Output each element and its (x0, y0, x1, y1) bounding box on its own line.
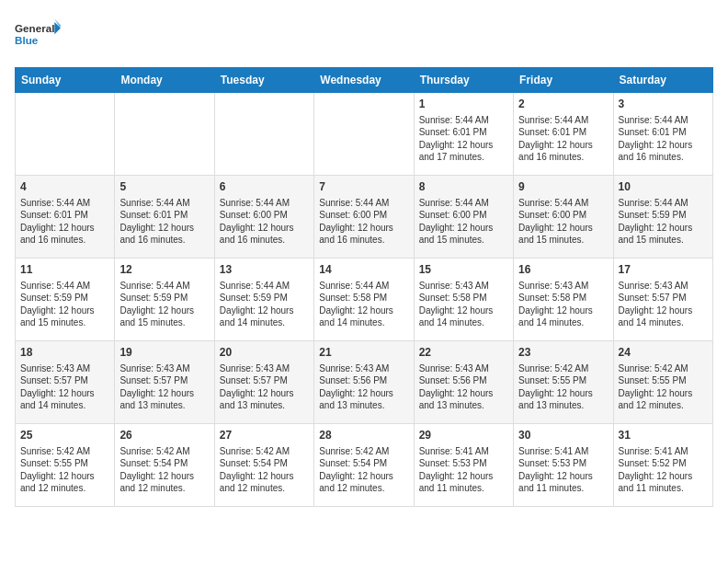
day-info: Sunrise: 5:42 AM Sunset: 5:55 PM Dayligh… (518, 362, 608, 412)
day-number: 25 (20, 428, 109, 443)
calendar-cell: 3Sunrise: 5:44 AM Sunset: 6:01 PM Daylig… (613, 93, 712, 176)
day-info: Sunrise: 5:44 AM Sunset: 6:00 PM Dayligh… (518, 197, 608, 247)
page-header: General Blue (15, 15, 713, 56)
day-info: Sunrise: 5:44 AM Sunset: 5:59 PM Dayligh… (619, 197, 708, 247)
day-info: Sunrise: 5:43 AM Sunset: 5:56 PM Dayligh… (419, 362, 508, 412)
calendar-cell (115, 93, 214, 176)
calendar-cell: 20Sunrise: 5:43 AM Sunset: 5:57 PM Dayli… (214, 341, 313, 424)
calendar-cell: 9Sunrise: 5:44 AM Sunset: 6:00 PM Daylig… (514, 176, 613, 259)
day-info: Sunrise: 5:43 AM Sunset: 5:57 PM Dayligh… (619, 280, 708, 329)
svg-text:Blue: Blue (15, 34, 39, 46)
calendar-cell: 17Sunrise: 5:43 AM Sunset: 5:57 PM Dayli… (613, 259, 712, 341)
day-number: 22 (419, 345, 508, 361)
calendar-cell: 12Sunrise: 5:44 AM Sunset: 5:59 PM Dayli… (115, 259, 214, 341)
day-info: Sunrise: 5:41 AM Sunset: 5:53 PM Dayligh… (419, 445, 508, 495)
calendar-cell: 31Sunrise: 5:41 AM Sunset: 5:52 PM Dayli… (613, 424, 712, 507)
day-number: 7 (319, 179, 408, 195)
day-info: Sunrise: 5:44 AM Sunset: 5:59 PM Dayligh… (220, 280, 309, 329)
day-number: 5 (119, 179, 209, 195)
day-number: 23 (518, 345, 608, 361)
day-info: Sunrise: 5:43 AM Sunset: 5:56 PM Dayligh… (319, 362, 408, 412)
calendar-cell: 29Sunrise: 5:41 AM Sunset: 5:53 PM Dayli… (414, 424, 513, 507)
calendar-cell: 30Sunrise: 5:41 AM Sunset: 5:53 PM Dayli… (514, 424, 613, 507)
calendar-cell: 6Sunrise: 5:44 AM Sunset: 6:00 PM Daylig… (214, 176, 313, 259)
day-number: 17 (619, 262, 708, 278)
calendar-cell: 13Sunrise: 5:44 AM Sunset: 5:59 PM Dayli… (214, 259, 313, 341)
calendar-cell: 5Sunrise: 5:44 AM Sunset: 6:01 PM Daylig… (115, 176, 214, 259)
header-friday: Friday (514, 68, 613, 93)
calendar-cell: 25Sunrise: 5:42 AM Sunset: 5:55 PM Dayli… (16, 424, 115, 507)
day-number: 10 (619, 179, 708, 195)
day-info: Sunrise: 5:44 AM Sunset: 6:01 PM Dayligh… (20, 197, 109, 247)
week-row-4: 18Sunrise: 5:43 AM Sunset: 5:57 PM Dayli… (16, 341, 713, 424)
week-row-3: 11Sunrise: 5:44 AM Sunset: 5:59 PM Dayli… (16, 259, 713, 341)
day-number: 8 (419, 179, 508, 195)
day-number: 29 (419, 428, 508, 443)
calendar-cell: 1Sunrise: 5:44 AM Sunset: 6:01 PM Daylig… (414, 93, 513, 176)
day-number: 11 (20, 262, 109, 278)
calendar-cell: 19Sunrise: 5:43 AM Sunset: 5:57 PM Dayli… (115, 341, 214, 424)
day-info: Sunrise: 5:44 AM Sunset: 6:01 PM Dayligh… (619, 114, 708, 164)
calendar-cell: 27Sunrise: 5:42 AM Sunset: 5:54 PM Dayli… (214, 424, 313, 507)
calendar-cell: 2Sunrise: 5:44 AM Sunset: 6:01 PM Daylig… (514, 93, 613, 176)
calendar-cell: 8Sunrise: 5:44 AM Sunset: 6:00 PM Daylig… (414, 176, 513, 259)
day-info: Sunrise: 5:42 AM Sunset: 5:54 PM Dayligh… (220, 445, 309, 495)
day-info: Sunrise: 5:42 AM Sunset: 5:55 PM Dayligh… (20, 445, 109, 495)
header-sunday: Sunday (16, 68, 115, 93)
day-number: 15 (419, 262, 508, 278)
day-info: Sunrise: 5:43 AM Sunset: 5:57 PM Dayligh… (119, 362, 209, 412)
day-number: 6 (220, 179, 309, 195)
calendar-cell: 11Sunrise: 5:44 AM Sunset: 5:59 PM Dayli… (16, 259, 115, 341)
day-number: 2 (518, 97, 608, 112)
day-number: 19 (119, 345, 209, 361)
day-info: Sunrise: 5:44 AM Sunset: 5:59 PM Dayligh… (20, 280, 109, 329)
week-row-2: 4Sunrise: 5:44 AM Sunset: 6:01 PM Daylig… (16, 176, 713, 259)
day-info: Sunrise: 5:42 AM Sunset: 5:54 PM Dayligh… (119, 445, 209, 495)
logo-svg: General Blue (15, 15, 61, 56)
day-info: Sunrise: 5:41 AM Sunset: 5:53 PM Dayligh… (518, 445, 608, 495)
header-thursday: Thursday (414, 68, 513, 93)
day-info: Sunrise: 5:44 AM Sunset: 6:00 PM Dayligh… (319, 197, 408, 247)
header-wednesday: Wednesday (314, 68, 414, 93)
day-info: Sunrise: 5:44 AM Sunset: 6:01 PM Dayligh… (518, 114, 608, 164)
day-info: Sunrise: 5:44 AM Sunset: 6:00 PM Dayligh… (419, 197, 508, 247)
calendar-cell: 7Sunrise: 5:44 AM Sunset: 6:00 PM Daylig… (314, 176, 414, 259)
day-info: Sunrise: 5:44 AM Sunset: 6:00 PM Dayligh… (220, 197, 309, 247)
day-number: 27 (220, 428, 309, 443)
calendar-header-row: SundayMondayTuesdayWednesdayThursdayFrid… (16, 68, 713, 93)
header-saturday: Saturday (613, 68, 712, 93)
day-info: Sunrise: 5:44 AM Sunset: 5:58 PM Dayligh… (319, 280, 408, 329)
day-number: 16 (518, 262, 608, 278)
day-number: 3 (619, 97, 708, 112)
day-info: Sunrise: 5:43 AM Sunset: 5:57 PM Dayligh… (220, 362, 309, 412)
calendar-cell: 24Sunrise: 5:42 AM Sunset: 5:55 PM Dayli… (613, 341, 712, 424)
calendar-cell (214, 93, 313, 176)
day-number: 30 (518, 428, 608, 443)
day-number: 9 (518, 179, 608, 195)
calendar-cell: 10Sunrise: 5:44 AM Sunset: 5:59 PM Dayli… (613, 176, 712, 259)
day-number: 26 (119, 428, 209, 443)
calendar-cell: 16Sunrise: 5:43 AM Sunset: 5:58 PM Dayli… (514, 259, 613, 341)
day-info: Sunrise: 5:43 AM Sunset: 5:58 PM Dayligh… (419, 280, 508, 329)
calendar-table: SundayMondayTuesdayWednesdayThursdayFrid… (15, 67, 713, 507)
week-row-5: 25Sunrise: 5:42 AM Sunset: 5:55 PM Dayli… (16, 424, 713, 507)
calendar-cell: 18Sunrise: 5:43 AM Sunset: 5:57 PM Dayli… (16, 341, 115, 424)
day-info: Sunrise: 5:41 AM Sunset: 5:52 PM Dayligh… (619, 445, 708, 495)
calendar-cell (16, 93, 115, 176)
day-number: 18 (20, 345, 109, 361)
week-row-1: 1Sunrise: 5:44 AM Sunset: 6:01 PM Daylig… (16, 93, 713, 176)
calendar-cell: 22Sunrise: 5:43 AM Sunset: 5:56 PM Dayli… (414, 341, 513, 424)
calendar-cell: 4Sunrise: 5:44 AM Sunset: 6:01 PM Daylig… (16, 176, 115, 259)
calendar-cell: 23Sunrise: 5:42 AM Sunset: 5:55 PM Dayli… (514, 341, 613, 424)
day-number: 1 (419, 97, 508, 112)
svg-text:General: General (15, 22, 54, 34)
calendar-cell: 21Sunrise: 5:43 AM Sunset: 5:56 PM Dayli… (314, 341, 414, 424)
day-number: 14 (319, 262, 408, 278)
calendar-cell (314, 93, 414, 176)
day-number: 28 (319, 428, 408, 443)
day-info: Sunrise: 5:43 AM Sunset: 5:57 PM Dayligh… (20, 362, 109, 412)
day-number: 4 (20, 179, 109, 195)
day-number: 20 (220, 345, 309, 361)
day-number: 31 (619, 428, 708, 443)
header-tuesday: Tuesday (214, 68, 313, 93)
